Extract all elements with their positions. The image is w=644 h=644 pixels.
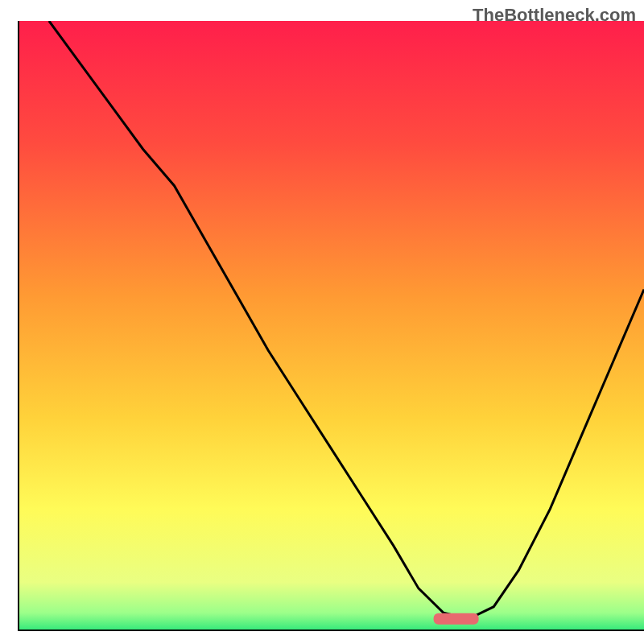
plot-area [18,21,644,631]
chart-container: TheBottleneck.com [0,0,644,644]
chart-background [18,21,644,631]
chart-svg [18,21,644,631]
watermark-text: TheBottleneck.com [473,5,636,26]
optimal-marker [434,613,479,625]
